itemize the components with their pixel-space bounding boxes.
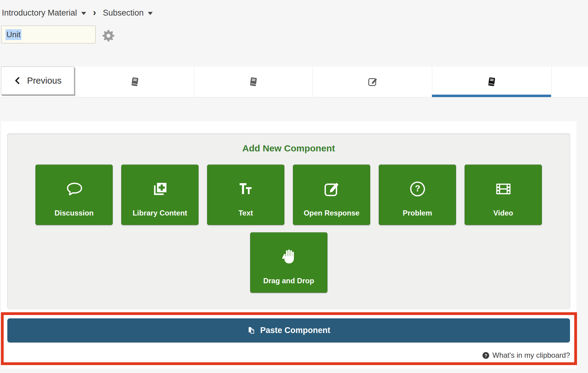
- previous-button[interactable]: Previous: [1, 67, 74, 95]
- breadcrumb: Introductory Material › Subsection: [2, 7, 153, 18]
- breadcrumb-subsection-label: Subsection: [103, 8, 144, 18]
- component-label: Text: [239, 209, 253, 217]
- tab-unit-active[interactable]: [432, 67, 552, 97]
- add-text-button[interactable]: Text: [207, 165, 284, 225]
- chevron-left-icon: [14, 77, 22, 85]
- book-icon: [487, 77, 497, 87]
- unit-name-input[interactable]: Unit: [1, 26, 96, 43]
- chevron-down-icon: [148, 12, 153, 15]
- svg-text:?: ?: [484, 353, 487, 358]
- component-label: Drag and Drop: [263, 277, 314, 285]
- clipboard-help-label: What's in my clipboard?: [492, 351, 570, 360]
- breadcrumb-section-label: Introductory Material: [2, 8, 77, 18]
- add-discussion-button[interactable]: Discussion: [35, 165, 113, 225]
- question-circle-icon: ?: [482, 352, 490, 359]
- library-content-icon: [151, 176, 169, 201]
- add-open-response-button[interactable]: Open Response: [293, 165, 370, 225]
- previous-label: Previous: [27, 76, 62, 86]
- unit-tab-bar: Previous: [0, 67, 588, 97]
- breadcrumb-item-section[interactable]: Introductory Material: [2, 8, 86, 18]
- clipboard-help-link[interactable]: ? What's in my clipboard?: [482, 351, 570, 360]
- drag-and-drop-icon: [280, 244, 297, 269]
- tab-unit-1[interactable]: [75, 67, 194, 97]
- text-icon: [237, 176, 255, 201]
- book-icon: [248, 77, 259, 87]
- add-library-content-button[interactable]: Library Content: [121, 165, 199, 225]
- svg-text:?: ?: [415, 183, 420, 193]
- discussion-icon: [64, 176, 84, 201]
- gear-icon: [102, 29, 115, 42]
- add-problem-button[interactable]: ? Problem: [379, 165, 456, 225]
- add-video-button[interactable]: Video: [465, 165, 542, 225]
- edit-icon: [367, 76, 378, 87]
- open-response-icon: [322, 176, 341, 201]
- unit-edit-page: Introductory Material › Subsection Unit: [0, 0, 588, 373]
- settings-gear-button[interactable]: [102, 29, 115, 42]
- breadcrumb-item-subsection[interactable]: Subsection: [103, 8, 153, 18]
- active-tab-underline: [432, 95, 551, 97]
- chevron-down-icon: [81, 12, 86, 15]
- add-component-panel: Add New Component Discussion: [7, 133, 570, 309]
- tab-unit-2[interactable]: [194, 67, 313, 97]
- paste-button-label: Paste Component: [260, 326, 331, 335]
- add-drag-and-drop-button[interactable]: Drag and Drop: [250, 232, 327, 293]
- component-label: Discussion: [54, 209, 93, 217]
- breadcrumb-separator-icon: ›: [93, 7, 96, 18]
- component-button-grid: Discussion Library Content: [7, 165, 570, 293]
- video-icon: [494, 176, 513, 201]
- selected-text: Unit: [5, 29, 21, 40]
- paste-component-button[interactable]: Paste Component: [7, 318, 570, 342]
- problem-icon: ?: [408, 176, 427, 201]
- component-label: Video: [493, 209, 513, 217]
- paste-icon: [247, 326, 255, 335]
- component-label: Library Content: [133, 209, 187, 217]
- component-label: Open Response: [304, 209, 360, 217]
- book-icon: [130, 77, 140, 87]
- tab-unit-edit[interactable]: [312, 67, 432, 97]
- add-component-title: Add New Component: [7, 133, 570, 154]
- component-label: Problem: [403, 209, 432, 217]
